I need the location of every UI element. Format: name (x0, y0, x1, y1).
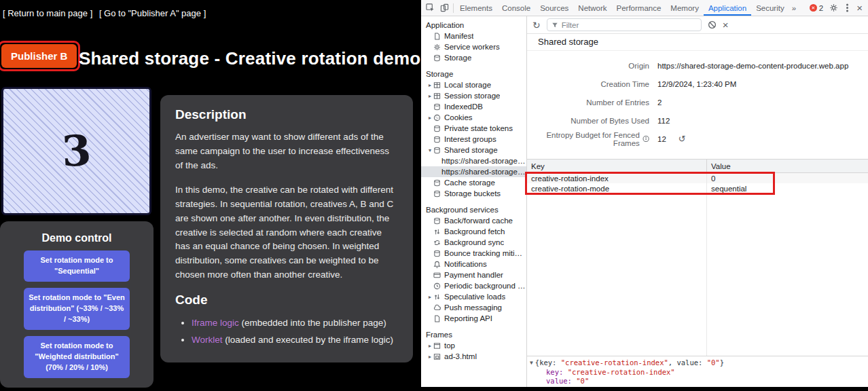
sidebar-item-periodic-background-sync[interactable]: Periodic background s... (421, 280, 526, 291)
metadata-row-origin: Origin https://shared-storage-demo-conte… (527, 56, 868, 75)
refresh-icon[interactable]: ↻ (532, 20, 541, 31)
key-value-table: Key Value creative-rotation-index 0 crea… (527, 159, 868, 356)
return-to-main-link[interactable]: [ Return to main page ] (3, 8, 92, 18)
filter-funnel-icon (551, 22, 558, 29)
publisher-b-button[interactable]: Publisher B (1, 44, 77, 68)
expander-icon[interactable]: ▼ (530, 358, 533, 368)
credit-card-icon (433, 272, 441, 279)
sidebar-item-shared-storage-origin-2[interactable]: https://shared-storage-d... (421, 166, 526, 177)
close-devtools-icon[interactable]: × (856, 3, 863, 13)
expand-arrow-icon[interactable]: ▸ (427, 115, 433, 121)
clock-icon (433, 282, 441, 290)
reset-budget-icon[interactable]: ↺ (679, 134, 686, 144)
tab-console[interactable]: Console (497, 0, 535, 16)
sidebar-item-storage[interactable]: Storage (421, 52, 526, 63)
database-icon (433, 125, 441, 132)
sidebar-section-frames: Frames (421, 329, 526, 340)
entry-preview-pane: ▼ {key: "creative-rotation-index", value… (527, 356, 868, 387)
sidebar-item-session-storage[interactable]: ▸Session storage (421, 90, 526, 101)
sidebar-item-notifications[interactable]: Notifications (421, 259, 526, 269)
sidebar-item-interest-groups[interactable]: Interest groups (421, 134, 526, 145)
set-even-distribution-button[interactable]: Set rotation mode to "Even distribution"… (24, 288, 130, 330)
sidebar-item-reporting-api[interactable]: Reporting API (421, 313, 526, 324)
manifest-icon (433, 33, 441, 40)
sidebar-item-background-sync[interactable]: Background sync (421, 237, 526, 248)
sidebar-item-shared-storage[interactable]: ▾Shared storage (421, 145, 526, 155)
sidebar-item-payment-handler[interactable]: Payment handler (421, 269, 526, 280)
publisher-b-annotation: Publisher B (0, 41, 80, 71)
document-icon (433, 315, 441, 322)
device-toolbar-icon[interactable] (440, 3, 449, 12)
tab-memory[interactable]: Memory (666, 0, 704, 16)
service-workers-icon (433, 43, 441, 51)
sidebar-item-frame-top[interactable]: ▸top (421, 340, 526, 351)
expand-arrow-icon[interactable]: ▸ (427, 93, 433, 99)
description-paragraph: In this demo, the creative can be rotate… (175, 183, 398, 282)
sidebar-item-frame-ad3[interactable]: ▸ad-3.html (421, 351, 526, 362)
table-header-row: Key Value (527, 160, 868, 173)
sidebar-item-private-state-tokens[interactable]: Private state tokens (421, 123, 526, 134)
table-icon (433, 81, 441, 89)
sidebar-item-manifest[interactable]: Manifest (421, 31, 526, 41)
expand-arrow-icon[interactable]: ▸ (427, 82, 433, 88)
demo-control-title: Demo control (0, 232, 153, 244)
settings-gear-icon[interactable] (829, 3, 838, 12)
description-paragraph: An advertiser may want to show different… (175, 130, 398, 173)
sidebar-item-service-workers[interactable]: Service workers (421, 41, 526, 52)
sidebar-item-cookies[interactable]: ▸Cookies (421, 112, 526, 123)
sidebar-item-bounce-tracking-mitigations[interactable]: Bounce tracking mitiga... (421, 248, 526, 259)
expand-arrow-icon[interactable]: ▸ (427, 354, 433, 360)
info-icon[interactable] (643, 135, 649, 143)
creative-ad-frame: 3 (1, 87, 151, 215)
panel-title: Shared storage (527, 34, 868, 51)
delete-all-icon[interactable] (708, 20, 717, 29)
collapse-arrow-icon[interactable]: ▾ (427, 147, 433, 153)
sidebar-item-push-messaging[interactable]: Push messaging (421, 302, 526, 313)
tab-elements[interactable]: Elements (455, 0, 497, 16)
expand-arrow-icon[interactable]: ▸ (427, 294, 433, 300)
set-weighted-distribution-button[interactable]: Set rotation mode to "Weighted distribut… (24, 336, 130, 378)
shared-storage-panel: ↻ Filter × Shared storage Origin https:/… (527, 16, 868, 387)
devtools-tabbar: Elements Console Sources Network Perform… (421, 0, 868, 16)
sidebar-section-storage: Storage (421, 69, 526, 79)
value-column-header[interactable]: Value (706, 160, 868, 172)
more-options-icon[interactable] (846, 7, 848, 9)
sidebar-item-speculative-loads[interactable]: ▸Speculative loads (421, 291, 526, 302)
sidebar-item-storage-buckets[interactable]: Storage buckets (421, 188, 526, 199)
up-down-arrows-icon (433, 228, 441, 236)
key-column-header[interactable]: Key (527, 162, 706, 170)
tab-application[interactable]: Application (704, 0, 751, 16)
sidebar-item-shared-storage-origin-1[interactable]: https://shared-storage-d... (421, 155, 526, 166)
sidebar-item-cache-storage[interactable]: Cache storage (421, 177, 526, 188)
metadata-row-entropy-budget: Entropy Budget for Fenced Frames 12↺ (527, 130, 868, 148)
iframe-icon (433, 353, 441, 360)
table-row[interactable]: creative-rotation-index 0 (527, 173, 868, 183)
worklet-link[interactable]: Worklet (192, 335, 223, 345)
filter-input[interactable]: Filter (547, 18, 702, 31)
database-icon (433, 136, 441, 143)
tab-performance[interactable]: Performance (612, 0, 666, 16)
sidebar-item-background-fetch[interactable]: Background fetch (421, 226, 526, 237)
preview-property: value: "0" (530, 377, 865, 386)
expand-arrow-icon[interactable]: ▸ (427, 343, 433, 349)
sidebar-item-back-forward-cache[interactable]: Back/forward cache (421, 215, 526, 226)
sidebar-item-local-storage[interactable]: ▸Local storage (421, 79, 526, 90)
iframe-logic-link[interactable]: Iframe logic (192, 318, 239, 328)
tab-sources[interactable]: Sources (535, 0, 573, 16)
table-icon (433, 92, 441, 100)
sidebar-item-indexeddb[interactable]: IndexedDB (421, 101, 526, 112)
tab-security[interactable]: Security (751, 0, 789, 16)
more-tabs-chevron[interactable]: » (789, 0, 799, 16)
tab-network[interactable]: Network (573, 0, 611, 16)
publisher-a-link[interactable]: [ Go to "Publisher A" page ] (99, 8, 206, 18)
cookie-icon (433, 114, 441, 122)
table-row[interactable]: creative-rotation-mode sequential (527, 183, 868, 193)
set-sequential-button[interactable]: Set rotation mode to "Sequential" (24, 250, 130, 282)
console-errors-badge[interactable]: ✕ 2 (810, 4, 823, 12)
filter-placeholder: Filter (562, 21, 579, 29)
page-title: Shared storage - Creative rotation demo (79, 48, 420, 69)
delete-selected-icon[interactable]: × (723, 20, 729, 30)
database-icon (433, 190, 441, 198)
code-list-item: Worklet (loaded and executed by the ifra… (192, 333, 398, 348)
inspect-element-icon[interactable] (426, 3, 435, 12)
